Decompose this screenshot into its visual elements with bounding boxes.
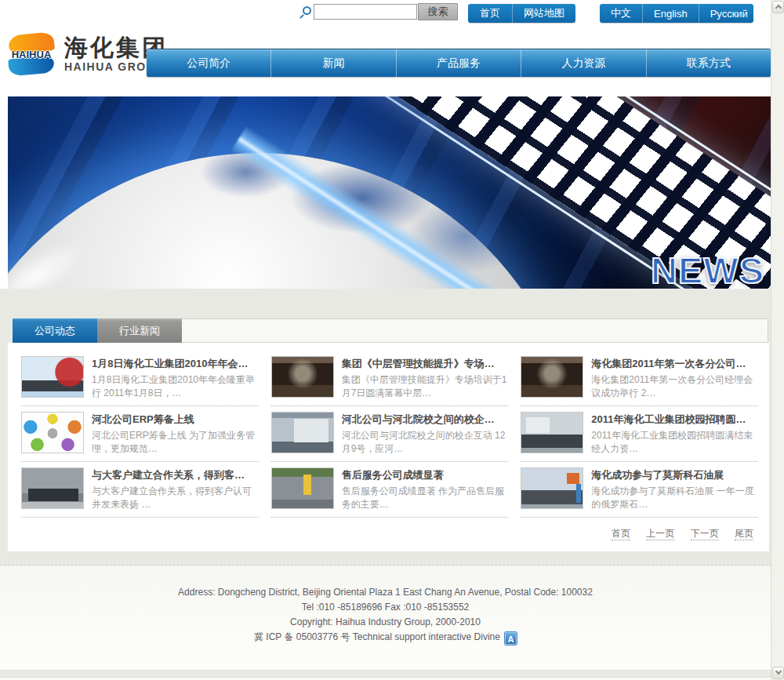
top-utility-bar: 搜索 首页 网站地图 中文 English Русский bbox=[0, 0, 771, 24]
news-thumbnail[interactable] bbox=[21, 356, 84, 398]
nav-item-products[interactable]: 产品服务 bbox=[396, 49, 521, 77]
chevron-up-icon bbox=[775, 5, 782, 11]
logo-badge-text: HAIHUA bbox=[6, 49, 56, 60]
pager-prev[interactable]: 上一页 bbox=[646, 528, 674, 540]
logo[interactable]: HAIHUA 海化集团 HAIHUA GROUP bbox=[6, 31, 168, 77]
news-thumbnail[interactable] bbox=[271, 412, 334, 453]
news-item[interactable]: 集团《中层管理技能提升》专场… 集团《中层管理技能提升》专场培训于1月7日圆满落… bbox=[271, 356, 509, 406]
news-excerpt: 河北公司与河北院校之间的校企互动 12月9号，应河… bbox=[342, 429, 509, 456]
news-excerpt: 售后服务公司成绩显著 作为产品售后服务的主要… bbox=[342, 485, 509, 511]
pager-next[interactable]: 下一页 bbox=[691, 528, 719, 540]
news-title[interactable]: 1月8日海化工业集团2010年年会… bbox=[92, 357, 259, 371]
lang-english[interactable]: English bbox=[642, 4, 699, 23]
news-excerpt: 集团《中层管理技能提升》专场培训于1月7日圆满落幕中层… bbox=[342, 373, 509, 400]
chevron-down-icon bbox=[775, 668, 782, 675]
nav-item-hr[interactable]: 人力资源 bbox=[521, 49, 645, 77]
news-excerpt: 与大客户建立合作关系，得到客户认可并发来表扬 … bbox=[92, 485, 259, 511]
scroll-down-button[interactable] bbox=[772, 667, 784, 679]
news-thumbnail[interactable] bbox=[271, 467, 334, 509]
news-item[interactable]: 海化成功参与了莫斯科石油展 海化成功参与了莫斯科石油展 一年一度的俄罗斯石… bbox=[521, 467, 758, 518]
quick-link-home[interactable]: 首页 bbox=[468, 4, 512, 23]
quick-links-bar: 首页 网站地图 bbox=[468, 4, 575, 23]
header-section: 搜索 首页 网站地图 中文 English Русский HAIHUA 海化集… bbox=[0, 0, 771, 289]
pagination: 首页 上一页 下一页 尾页 bbox=[21, 523, 758, 548]
footer-band-white bbox=[0, 659, 771, 670]
nav-item-about[interactable]: 公司简介 bbox=[147, 49, 270, 77]
news-title[interactable]: 海化集团2011年第一次各分公司… bbox=[591, 357, 758, 371]
news-title[interactable]: 河北公司ERP筹备上线 bbox=[92, 413, 259, 427]
page-content: 搜索 首页 网站地图 中文 English Русский HAIHUA 海化集… bbox=[0, 0, 771, 680]
search-button[interactable]: 搜索 bbox=[418, 3, 458, 20]
news-item[interactable]: 2011年海化工业集团校园招聘圆… 2011年海化工业集团校园招聘圆满结束 经人… bbox=[521, 412, 758, 462]
news-excerpt: 海化成功参与了莫斯科石油展 一年一度的俄罗斯石… bbox=[591, 485, 758, 511]
news-title[interactable]: 集团《中层管理技能提升》专场… bbox=[342, 357, 509, 371]
footer-icp-line: 冀 ICP 备 05003776 号 Technical support int… bbox=[0, 632, 771, 645]
pager-last[interactable]: 尾页 bbox=[735, 528, 753, 540]
footer-copyright: Copyright: Haihua Industry Group, 2000-2… bbox=[0, 617, 771, 627]
banner-news-caption: NEWS bbox=[651, 249, 764, 289]
news-excerpt: 2011年海化工业集团校园招聘圆满结束 经人力资… bbox=[591, 429, 758, 456]
tab-company-news[interactable]: 公司动态 bbox=[13, 318, 97, 343]
news-panel: 1月8日海化工业集团2010年年会… 1月8日海化工业集团2010年年会隆重举行… bbox=[8, 343, 769, 551]
footer-icp-text: 冀 ICP 备 05003776 号 Technical support int… bbox=[254, 631, 500, 642]
footer-a-badge[interactable]: A bbox=[505, 632, 517, 645]
news-grid: 1月8日海化工业集团2010年年会… 1月8日海化工业集团2010年年会隆重举行… bbox=[21, 356, 758, 523]
masthead: HAIHUA 海化集团 HAIHUA GROUP 公司简介 新闻 产品服务 人力… bbox=[0, 24, 771, 96]
search-icon bbox=[303, 6, 311, 15]
footer-tel-fax: Tel :010 -85189696 Fax :010 -85153552 bbox=[0, 602, 771, 613]
news-excerpt: 1月8日海化工业集团2010年年会隆重举行 2011年1月8日，… bbox=[92, 373, 259, 400]
news-thumbnail[interactable] bbox=[521, 356, 583, 398]
news-thumbnail[interactable] bbox=[21, 467, 84, 509]
news-title[interactable]: 海化成功参与了莫斯科石油展 bbox=[591, 468, 758, 482]
nav-item-contact[interactable]: 联系方式 bbox=[646, 49, 771, 77]
news-title[interactable]: 河北公司与河北院校之间的校企… bbox=[342, 413, 509, 427]
news-item[interactable]: 1月8日海化工业集团2010年年会… 1月8日海化工业集团2010年年会隆重举行… bbox=[21, 356, 259, 406]
news-tabs: 公司动态 行业新闻 bbox=[13, 318, 768, 343]
news-banner: NEWS bbox=[8, 96, 771, 289]
news-excerpt: 河北公司ERP筹备上线 为了加强业务管理，更加规范… bbox=[92, 429, 259, 456]
news-item[interactable]: 海化集团2011年第一次各分公司… 海化集团2011年第一次各分公司经理会议成功… bbox=[521, 356, 758, 406]
news-item[interactable]: 与大客户建立合作关系，得到客… 与大客户建立合作关系，得到客户认可并发来表扬 … bbox=[21, 467, 259, 518]
news-item[interactable]: 河北公司ERP筹备上线 河北公司ERP筹备上线 为了加强业务管理，更加规范… bbox=[21, 412, 259, 462]
news-thumbnail[interactable] bbox=[271, 356, 334, 398]
news-item[interactable]: 售后服务公司成绩显著 售后服务公司成绩显著 作为产品售后服务的主要… bbox=[271, 467, 509, 518]
news-title[interactable]: 售后服务公司成绩显著 bbox=[342, 468, 509, 482]
footer-band-gray bbox=[0, 670, 784, 678]
lang-russian[interactable]: Русский bbox=[699, 4, 753, 23]
lang-chinese[interactable]: 中文 bbox=[600, 4, 642, 23]
news-thumbnail[interactable] bbox=[21, 412, 84, 453]
news-title[interactable]: 2011年海化工业集团校园招聘圆… bbox=[591, 413, 758, 427]
footer: Address: Dongcheng District, Beijing Ori… bbox=[0, 565, 771, 659]
language-switcher: 中文 English Русский bbox=[600, 4, 753, 23]
scroll-up-button[interactable] bbox=[772, 1, 784, 13]
logo-badge-icon: HAIHUA bbox=[6, 31, 56, 77]
footer-address: Address: Dongcheng District, Beijing Ori… bbox=[0, 587, 771, 598]
tab-industry-news[interactable]: 行业新闻 bbox=[97, 318, 182, 343]
news-item[interactable]: 河北公司与河北院校之间的校企… 河北公司与河北院校之间的校企互动 12月9号，应… bbox=[271, 412, 509, 462]
main-nav: 公司简介 新闻 产品服务 人力资源 联系方式 bbox=[147, 49, 771, 77]
pager-first[interactable]: 首页 bbox=[612, 528, 630, 540]
nav-item-news[interactable]: 新闻 bbox=[270, 49, 395, 77]
news-thumbnail[interactable] bbox=[521, 412, 583, 453]
news-thumbnail[interactable] bbox=[521, 467, 583, 509]
vertical-scrollbar[interactable] bbox=[771, 0, 784, 680]
quick-link-sitemap[interactable]: 网站地图 bbox=[512, 4, 575, 23]
news-excerpt: 海化集团2011年第一次各分公司经理会议成功举行 2… bbox=[591, 373, 758, 400]
news-title[interactable]: 与大客户建立合作关系，得到客… bbox=[92, 468, 259, 482]
search-input[interactable] bbox=[314, 4, 417, 20]
